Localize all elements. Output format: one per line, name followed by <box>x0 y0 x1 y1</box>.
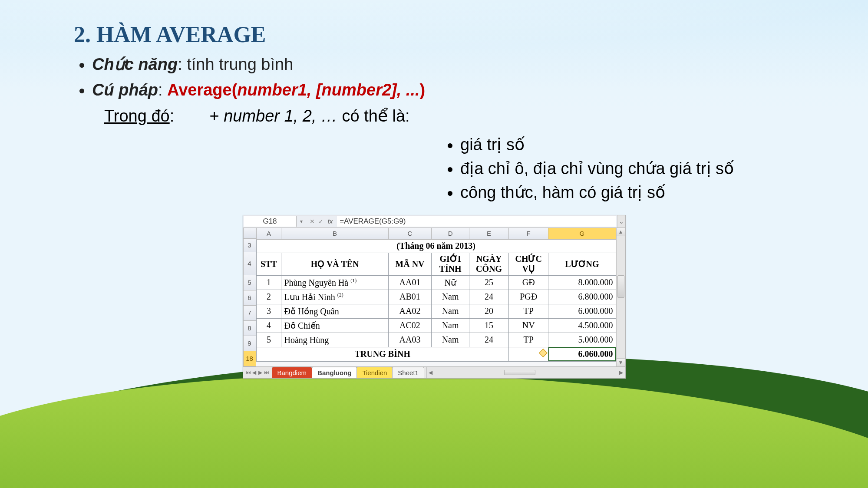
cell-manv[interactable]: AA03 <box>388 333 431 347</box>
cancel-icon[interactable]: ✕ <box>310 218 315 225</box>
col-header-F[interactable]: F <box>509 228 548 240</box>
tab-nav-next-icon[interactable]: ▶ <box>258 369 263 376</box>
hdr-chucvu[interactable]: CHỨC VỤ <box>509 253 548 275</box>
cell-cv[interactable]: TP <box>509 304 548 318</box>
col-header-E[interactable]: E <box>469 228 509 240</box>
cell-nc[interactable]: 24 <box>469 333 509 347</box>
cell-cv[interactable]: NV <box>509 318 548 333</box>
syntax-fn-close: ) <box>420 81 426 99</box>
tab-bangdiem[interactable]: Bangdiem <box>272 367 313 378</box>
cell-stt[interactable]: 1 <box>256 275 281 290</box>
data-row: 4 Đỗ Chiến AC02 Nam 15 NV 4.500.000 <box>256 318 616 333</box>
cell-luong[interactable]: 8.000.000 <box>548 275 616 290</box>
cell-manv[interactable]: AC02 <box>388 318 431 333</box>
cell-name[interactable]: Lưu Hải Ninh (2) <box>281 290 388 304</box>
data-row: 2 Lưu Hải Ninh (2) AB01 Nam 24 PGĐ 6.800… <box>256 290 616 304</box>
cell-manv[interactable]: AA02 <box>388 304 431 318</box>
cell-luong[interactable]: 6.000.000 <box>548 304 616 318</box>
where-label: Trong đó <box>104 107 170 125</box>
row-header-9[interactable]: 9 <box>243 336 256 351</box>
vscroll-track[interactable] <box>617 236 625 358</box>
cell-nc[interactable]: 20 <box>469 304 509 318</box>
tab-nav-last-icon[interactable]: ⏭ <box>264 369 269 376</box>
cell-gt[interactable]: Nam <box>432 290 469 304</box>
warning-icon <box>539 349 548 357</box>
cell-cv[interactable]: PGĐ <box>509 290 548 304</box>
formula-bar-expand-icon[interactable]: ⌄ <box>617 215 625 228</box>
col-header-C[interactable]: C <box>388 228 431 240</box>
hscroll-left-icon[interactable]: ◀ <box>427 369 435 376</box>
hdr-stt[interactable]: STT <box>256 253 281 275</box>
cell-manv[interactable]: AA01 <box>388 275 431 290</box>
col-header-B[interactable]: B <box>281 228 388 240</box>
hdr-manv[interactable]: MÃ NV <box>388 253 431 275</box>
row-header-6[interactable]: 6 <box>243 290 256 306</box>
cell-stt[interactable]: 4 <box>256 318 281 333</box>
horizontal-scrollbar[interactable]: ◀ ▶ <box>426 367 625 378</box>
scroll-up-icon[interactable]: ▲ <box>617 228 625 236</box>
cell-name[interactable]: Hoàng Hùng <box>281 333 388 347</box>
hscroll-track[interactable] <box>435 370 617 375</box>
tab-sheet1[interactable]: Sheet1 <box>392 367 424 378</box>
where-plus: + <box>209 107 224 125</box>
row-header-4[interactable]: 4 <box>243 252 256 275</box>
cell-manv[interactable]: AB01 <box>388 290 431 304</box>
cell-luong[interactable]: 5.000.000 <box>548 333 616 347</box>
select-all-corner[interactable] <box>243 228 256 239</box>
syntax-label: Cú pháp <box>92 81 158 99</box>
tab-nav-buttons[interactable]: ⏮ ◀ ▶ ⏭ <box>243 369 272 376</box>
cell-gt[interactable]: Nam <box>432 304 469 318</box>
hdr-ngaycong[interactable]: NGÀY CÔNG <box>469 253 509 275</box>
cell-cv[interactable]: TP <box>509 333 548 347</box>
fx-icon[interactable]: fx <box>328 215 337 228</box>
cell-cv[interactable]: GĐ <box>509 275 548 290</box>
tab-bangluong[interactable]: Bangluong <box>312 367 357 378</box>
row-header-3[interactable]: 3 <box>243 239 256 252</box>
cell-luong[interactable]: 6.800.000 <box>548 290 616 304</box>
hscroll-thumb[interactable] <box>504 370 535 375</box>
cell-stt[interactable]: 3 <box>256 304 281 318</box>
footer-row: TRUNG BÌNH 6.060.000 <box>256 347 616 361</box>
formula-input[interactable]: =AVERAGE(G5:G9) <box>337 216 616 227</box>
cell-nc[interactable]: 15 <box>469 318 509 333</box>
cell-nc[interactable]: 25 <box>469 275 509 290</box>
sub-item-3: công thức, hàm có giá trị số <box>460 181 794 204</box>
col-header-A[interactable]: A <box>256 228 281 240</box>
vscroll-thumb[interactable] <box>617 275 624 298</box>
hdr-gioitinh[interactable]: GIỚI TÍNH <box>432 253 469 275</box>
cell-gt[interactable]: Nam <box>432 318 469 333</box>
cell-name[interactable]: Đỗ Hồng Quân <box>281 304 388 318</box>
row-header-7[interactable]: 7 <box>243 306 256 321</box>
col-header-D[interactable]: D <box>432 228 469 240</box>
scroll-down-icon[interactable]: ▼ <box>617 358 625 366</box>
vertical-scrollbar[interactable]: ▲ ▼ <box>616 228 625 366</box>
hdr-hovaten[interactable]: HỌ VÀ TÊN <box>281 253 388 275</box>
avg-value-cell[interactable]: 6.060.000 <box>548 347 616 361</box>
cell-stt[interactable]: 2 <box>256 290 281 304</box>
sheet-title-cell[interactable]: (Tháng 06 năm 2013) <box>256 239 616 253</box>
cell-name[interactable]: Phùng Nguyên Hà (1) <box>281 275 388 290</box>
hscroll-right-icon[interactable]: ▶ <box>617 369 625 376</box>
func-label: Chức năng <box>92 55 178 73</box>
cell-nc[interactable]: 24 <box>469 290 509 304</box>
avg-label-cell[interactable]: TRUNG BÌNH <box>256 347 509 361</box>
tab-nav-prev-icon[interactable]: ◀ <box>252 369 257 376</box>
row-header-18[interactable]: 18 <box>243 351 256 366</box>
bullet-function: Chức năng: tính trung bình <box>92 52 794 77</box>
header-row: STT HỌ VÀ TÊN MÃ NV GIỚI TÍNH NGÀY CÔNG … <box>256 253 616 275</box>
row-header-8[interactable]: 8 <box>243 321 256 336</box>
hdr-luong[interactable]: LƯƠNG <box>548 253 616 275</box>
warning-cell[interactable] <box>509 347 548 361</box>
cell-gt[interactable]: Nam <box>432 333 469 347</box>
row-header-5[interactable]: 5 <box>243 275 256 290</box>
name-box-dropdown-icon[interactable]: ▾ <box>297 215 305 228</box>
cell-luong[interactable]: 4.500.000 <box>548 318 616 333</box>
col-header-G[interactable]: G <box>548 228 616 240</box>
tab-nav-first-icon[interactable]: ⏮ <box>246 369 251 376</box>
enter-icon[interactable]: ✓ <box>318 218 323 225</box>
tab-tiendien[interactable]: Tiendien <box>356 367 393 378</box>
cell-gt[interactable]: Nữ <box>432 275 469 290</box>
cell-name[interactable]: Đỗ Chiến <box>281 318 388 333</box>
cell-stt[interactable]: 5 <box>256 333 281 347</box>
name-box[interactable]: G18 <box>244 216 297 227</box>
